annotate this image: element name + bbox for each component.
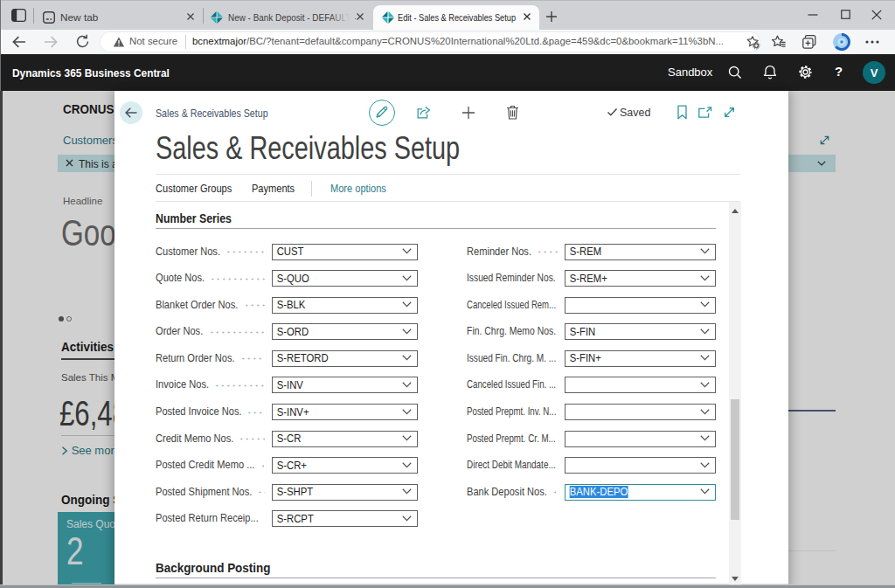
bookmark-icon[interactable] [676, 105, 688, 120]
field-row-bank-deposit-nos: Bank Deposit Nos.BANK-DEPO [467, 484, 716, 501]
dropdown-chevron-icon[interactable] [700, 488, 710, 495]
window-close-button[interactable] [871, 10, 882, 20]
dropdown-chevron-icon[interactable] [402, 409, 412, 415]
dotted-leader [260, 457, 265, 474]
forward-button[interactable] [43, 34, 59, 50]
share-icon[interactable] [416, 105, 432, 120]
field-value: S-QUO [273, 273, 309, 285]
dropdown-chevron-icon[interactable] [402, 355, 412, 361]
dropdown-chevron-icon[interactable] [402, 488, 412, 495]
menu-item-payments[interactable]: Payments [252, 182, 295, 195]
field-input-posted-shipment-nos[interactable]: S-SHPT [272, 484, 418, 501]
dropdown-chevron-icon[interactable] [700, 462, 710, 468]
help-icon[interactable]: ? [835, 64, 843, 79]
field-row-posted-credit-memo: Posted Credit Memo ...S-CR+ [156, 457, 418, 474]
field-input-return-order-nos[interactable]: S-RETORD [272, 350, 418, 367]
field-label-posted-prepmt-cr-m: Posted Prepmt. Cr. M... [467, 431, 556, 447]
menu-item-more-options[interactable]: More options [330, 182, 386, 195]
window-minimize-button[interactable] [808, 14, 818, 16]
back-button[interactable] [11, 34, 27, 50]
notifications-bell-icon[interactable] [763, 65, 777, 80]
browser-toolbar: Not secure bcnextmajor/BC/?tenant=defaul… [0, 30, 895, 54]
expand-dialog-icon[interactable] [723, 106, 736, 119]
field-row-direct-debit-mandate: Direct Debit Mandate... [467, 457, 716, 474]
divider [156, 201, 740, 202]
favorites-icon[interactable] [771, 34, 787, 50]
field-input-posted-credit-memo[interactable]: S-CR+ [272, 457, 418, 474]
delete-trash-icon[interactable] [506, 105, 519, 120]
browser-menu-icon[interactable] [865, 40, 879, 44]
not-secure-warning-icon[interactable] [113, 36, 125, 48]
tab-bank-deposit[interactable]: New - Bank Deposit - DEFAULT - [206, 5, 371, 30]
field-input-issued-reminder-nos[interactable]: S-REM+ [565, 270, 716, 287]
tab-new-tab[interactable]: New tab [38, 5, 203, 30]
dropdown-chevron-icon[interactable] [700, 329, 710, 335]
open-in-window-icon[interactable] [697, 106, 712, 119]
window-maximize-button[interactable] [841, 10, 850, 19]
app-header: Dynamics 365 Business Central Sandbox ? … [0, 54, 895, 91]
dropdown-chevron-icon[interactable] [700, 409, 710, 415]
refresh-button[interactable] [75, 34, 90, 49]
field-input-posted-invoice-nos[interactable]: S-INV+ [272, 404, 418, 420]
field-input-order-nos[interactable]: S-ORD [272, 323, 418, 340]
field-input-credit-memo-nos[interactable]: S-CR [272, 431, 418, 447]
dropdown-chevron-icon[interactable] [700, 382, 710, 388]
page-content: CRONUS International Ltd. Customers This… [0, 91, 895, 588]
dotted-leader [225, 244, 265, 260]
dropdown-chevron-icon[interactable] [700, 435, 710, 441]
dropdown-chevron-icon[interactable] [402, 329, 412, 335]
search-icon[interactable] [728, 66, 742, 80]
dropdown-chevron-icon[interactable] [402, 275, 412, 281]
dropdown-chevron-icon[interactable] [402, 435, 412, 441]
dialog-scrollbar[interactable] [729, 202, 741, 588]
field-input-direct-debit-mandate[interactable] [565, 457, 716, 474]
dropdown-chevron-icon[interactable] [700, 275, 710, 281]
scrollbar-down-arrow[interactable] [732, 577, 739, 581]
address-bar[interactable]: Not secure bcnextmajor/BC/?tenant=defaul… [101, 32, 760, 52]
back-button-circle[interactable] [120, 101, 142, 124]
field-input-reminder-nos[interactable]: S-REM [565, 244, 716, 260]
field-input-fin-chrg-memo-nos[interactable]: S-FIN [565, 323, 716, 340]
dropdown-chevron-icon[interactable] [402, 382, 412, 388]
field-input-canceled-issued-rem[interactable] [565, 297, 716, 314]
field-input-posted-return-receip[interactable]: S-RCPT [272, 510, 418, 527]
dropdown-chevron-icon[interactable] [700, 355, 710, 361]
tab-actions-menu-icon[interactable] [11, 9, 26, 22]
url-text: bcnextmajor/BC/?tenant=default&company=C… [192, 36, 724, 46]
field-input-quote-nos[interactable]: S-QUO [272, 270, 418, 287]
app-title[interactable]: Dynamics 365 Business Central [12, 54, 170, 91]
menu-item-customer-groups[interactable]: Customer Groups [156, 182, 232, 195]
tab-sales-receivables-setup[interactable]: Edit - Sales & Receivables Setup [373, 5, 539, 30]
new-tab-button[interactable] [545, 10, 558, 23]
tab-close-icon[interactable] [522, 11, 532, 22]
dropdown-chevron-icon[interactable] [700, 248, 710, 254]
field-input-customer-nos[interactable]: CUST [272, 244, 418, 260]
settings-gear-icon[interactable] [798, 65, 813, 80]
dropdown-chevron-icon[interactable] [700, 301, 710, 308]
field-input-invoice-nos[interactable]: S-INV [272, 377, 418, 393]
collections-icon[interactable] [801, 34, 817, 50]
user-avatar[interactable]: V [863, 61, 885, 84]
environment-badge[interactable]: Sandbox [668, 66, 712, 79]
field-input-blanket-order-nos[interactable]: S-BLK [272, 297, 418, 314]
field-input-issued-fin-chrg-m[interactable]: S-FIN+ [565, 350, 716, 367]
add-favorite-star-icon[interactable] [746, 35, 760, 50]
field-input-bank-deposit-nos[interactable]: BANK-DEPO [565, 484, 716, 501]
dropdown-chevron-icon[interactable] [402, 301, 412, 308]
profile-avatar[interactable] [832, 32, 851, 52]
field-label-wrap: Credit Memo Nos. [156, 431, 267, 447]
dropdown-chevron-icon[interactable] [402, 515, 412, 522]
field-input-posted-prepmt-inv-n[interactable] [565, 404, 716, 420]
scrollbar-thumb[interactable] [731, 399, 739, 520]
dropdown-chevron-icon[interactable] [402, 462, 412, 468]
new-record-plus-icon[interactable] [461, 106, 475, 120]
field-input-posted-prepmt-cr-m[interactable] [565, 431, 716, 447]
dotted-leader [257, 484, 265, 501]
tab-close-icon[interactable] [355, 11, 365, 22]
dropdown-chevron-icon[interactable] [402, 248, 412, 254]
scrollbar-up-arrow[interactable] [732, 209, 739, 213]
dotted-leader [209, 323, 265, 340]
tab-close-icon[interactable] [185, 11, 196, 22]
field-input-canceled-issued-fin[interactable] [565, 377, 716, 393]
edit-mode-button[interactable] [369, 100, 395, 126]
